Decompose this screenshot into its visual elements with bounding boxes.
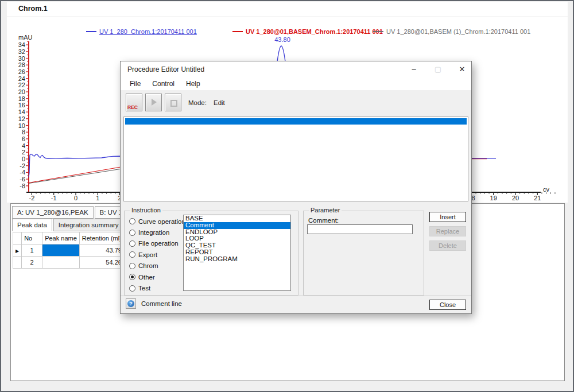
comment-input[interactable]	[307, 224, 413, 234]
radio-button-icon	[129, 274, 135, 280]
play-button[interactable]	[145, 94, 162, 111]
delete-button: Delete	[429, 240, 466, 251]
radio-button-icon	[129, 230, 135, 236]
stop-icon	[170, 100, 177, 107]
menu-control[interactable]: Control	[146, 77, 180, 90]
peak-table: No Peak name Retention (ml) ▶143.79254.2…	[13, 232, 125, 269]
cell-retention[interactable]: 43.79	[79, 244, 124, 257]
record-button[interactable]: REC	[126, 94, 142, 111]
radio-label: Chrom	[138, 262, 158, 269]
help-icon: ?	[127, 300, 134, 307]
parameter-group-label: Parameter	[309, 207, 342, 214]
mode-value: Edit	[214, 99, 225, 106]
minimize-button[interactable]: –	[404, 61, 424, 77]
radio-label: Export	[138, 251, 157, 258]
menu-help[interactable]: Help	[180, 77, 206, 90]
replace-button: Replace	[429, 226, 466, 236]
row-marker-cell[interactable]	[13, 257, 22, 269]
row-marker-cell[interactable]: ▶	[13, 244, 22, 257]
radio-button-icon	[129, 285, 135, 292]
parameter-group: Parameter Comment:	[303, 211, 424, 296]
current-row-marker-icon: ▶	[15, 249, 19, 254]
stop-button[interactable]	[165, 94, 181, 111]
instruction-radio-group: Curve operationIntegrationFile operation…	[129, 216, 185, 294]
chromatogram-caption-bar: Chrom.1	[7, 2, 568, 17]
selected-step-row[interactable]	[125, 118, 467, 125]
insert-button[interactable]: Insert	[429, 212, 466, 222]
radio-curve-operation[interactable]: Curve operation	[129, 216, 185, 227]
cell-peak-name[interactable]	[42, 257, 80, 269]
chromatogram-title: Chrom.1	[18, 5, 48, 13]
application-window: Chrom.1 mAU cv 43.80 UV 1_280_Chrom.1:20…	[0, 0, 574, 392]
header-gutter	[13, 232, 22, 244]
instruction-listbox[interactable]: BASECommentENDLOOPLOOPQC_TESTREPORTRUN_P…	[183, 215, 291, 291]
status-bar-text: Comment line	[141, 298, 182, 309]
help-button[interactable]: ?	[126, 298, 136, 309]
header-retention: Retention (ml)	[79, 232, 124, 244]
radio-file-operation[interactable]: File operation	[129, 238, 185, 249]
dialog-menu-bar: FileControlHelp	[121, 77, 471, 90]
table-row: 254.26	[13, 257, 125, 269]
cell-retention[interactable]: 54.26	[79, 257, 124, 269]
radio-integration[interactable]: Integration	[129, 227, 185, 238]
listbox-item-report[interactable]: REPORT	[184, 249, 290, 256]
procedure-step-list[interactable]	[123, 117, 468, 201]
radio-button-icon	[129, 263, 135, 269]
radio-test[interactable]: Test	[129, 282, 185, 293]
record-button-label: REC	[127, 104, 138, 110]
instruction-group-label: Instruction	[130, 207, 162, 214]
radio-label: Test	[138, 285, 150, 292]
radio-other[interactable]: Other	[129, 271, 185, 282]
radio-label: Curve operation	[138, 218, 185, 225]
listbox-item-comment[interactable]: Comment	[184, 222, 290, 229]
cell-peak-name[interactable]	[42, 244, 80, 257]
maximize-button[interactable]: ▢	[428, 61, 448, 77]
dialog-toolbar: REC Mode: Edit	[121, 90, 471, 115]
radio-export[interactable]: Export	[129, 249, 185, 260]
view-tab-peak-data[interactable]: Peak data	[12, 219, 52, 231]
view-tab-row: Peak dataIntegration summary	[12, 219, 124, 231]
instruction-group: Instruction Curve operationIntegrationFi…	[124, 211, 298, 296]
radio-label: Other	[138, 274, 155, 281]
dialog-title: Procedure Editor Untitled	[127, 65, 204, 73]
menu-file[interactable]: File	[124, 77, 146, 90]
close-window-button[interactable]: ✕	[452, 61, 472, 77]
radio-button-icon	[129, 251, 135, 258]
close-button[interactable]: Close	[429, 300, 466, 310]
radio-label: Integration	[138, 229, 169, 236]
radio-button-icon	[129, 218, 135, 224]
view-tab-integration-summary[interactable]: Integration summary	[53, 219, 124, 231]
mode-label: Mode:	[188, 99, 207, 106]
cell-no[interactable]: 2	[22, 257, 42, 269]
radio-label: File operation	[138, 240, 179, 247]
chromatogram-tab-a[interactable]: A: UV 1_280@16,PEAK	[12, 206, 94, 219]
header-peak-name: Peak name	[42, 232, 80, 244]
header-no: No	[22, 232, 42, 244]
dialog-title-bar[interactable]: Procedure Editor Untitled – ▢ ✕	[121, 61, 471, 77]
radio-chrom[interactable]: Chrom	[129, 261, 185, 271]
listbox-item-run-program[interactable]: RUN_PROGRAM	[184, 256, 290, 263]
cell-no[interactable]: 1	[22, 244, 42, 257]
comment-field-label: Comment:	[308, 217, 339, 224]
peak-table-header-row: No Peak name Retention (ml)	[13, 232, 125, 244]
radio-button-icon	[129, 240, 135, 247]
play-icon	[152, 99, 157, 106]
table-row: ▶143.79	[13, 244, 125, 257]
procedure-editor-dialog: Procedure Editor Untitled – ▢ ✕ FileCont…	[120, 61, 472, 314]
dialog-status-separator	[121, 295, 471, 296]
